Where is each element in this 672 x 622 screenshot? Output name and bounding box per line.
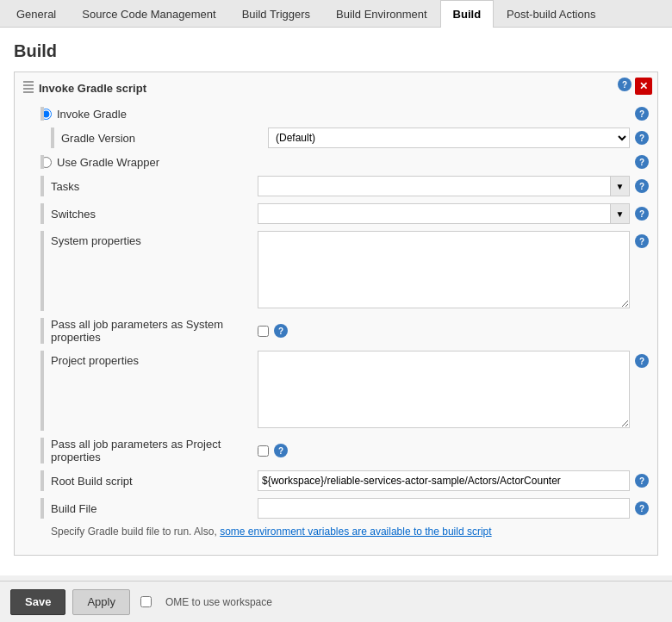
use-gradle-wrapper-label: Use Gradle Wrapper (57, 156, 159, 169)
vertical-sep6 (40, 231, 44, 311)
pass-project-row: Pass all job parameters as Project prope… (40, 438, 649, 463)
switches-dropdown-btn[interactable]: ▼ (611, 203, 630, 224)
switches-input[interactable] (258, 203, 611, 224)
root-build-script-row: Root Build script ? (40, 470, 649, 491)
vertical-sep7 (40, 318, 44, 344)
project-properties-row: Project properties ? (40, 351, 649, 431)
invoke-gradle-label: Invoke Gradle (57, 108, 127, 121)
section-header: Invoke Gradle script (23, 81, 649, 95)
build-file-input[interactable] (258, 498, 630, 519)
root-build-script-input-area (258, 470, 630, 491)
tab-general[interactable]: General (3, 0, 69, 28)
project-properties-textarea[interactable] (258, 351, 630, 428)
tab-build[interactable]: Build (440, 0, 495, 28)
build-file-label: Build File (51, 502, 258, 515)
tasks-input[interactable] (258, 176, 611, 196)
root-build-script-help-icon[interactable]: ? (635, 474, 649, 488)
pass-project-checkbox[interactable] (258, 445, 269, 457)
build-file-row: Build File ? (40, 498, 649, 519)
vertical-sep8 (40, 351, 44, 431)
drag-handle[interactable] (23, 81, 34, 95)
section-box: Invoke Gradle script ✕ ? Invoke Gradle ?… (14, 72, 658, 556)
vertical-sep4 (40, 176, 44, 196)
invoke-gradle-section: Invoke Gradle script ✕ ? Invoke Gradle ?… (14, 72, 658, 556)
page-title: Build (14, 41, 658, 61)
gradle-version-select[interactable]: (Default) (268, 128, 630, 148)
build-file-input-area (258, 498, 630, 519)
invoke-gradle-radio-row: Invoke Gradle ? (40, 107, 649, 121)
vertical-sep5 (40, 203, 44, 224)
gradle-version-row: Gradle Version (Default) ? (51, 128, 649, 148)
pass-system-row: Pass all job parameters as System proper… (40, 318, 649, 344)
info-text-link[interactable]: some environment variables are available… (220, 526, 492, 538)
tab-source-code-management[interactable]: Source Code Management (69, 0, 228, 28)
switches-row: Switches ▼ ? (40, 203, 649, 224)
section-help-icon[interactable]: ? (618, 78, 632, 91)
form-area: Invoke Gradle ? Gradle Version (Default)… (23, 103, 649, 546)
use-wrapper-help-icon[interactable]: ? (635, 155, 649, 169)
vertical-sep10 (40, 470, 44, 491)
tasks-row: Tasks ▼ ? (40, 176, 649, 196)
gradle-version-label: Gradle Version (61, 132, 268, 145)
close-button[interactable]: ✕ (635, 78, 652, 95)
apply-button[interactable]: Apply (72, 589, 130, 615)
main-content: Build Invoke Gradle script ✕ ? Invoke Gr… (0, 28, 672, 575)
bottom-bar: Save Apply OME to use workspace (0, 581, 672, 622)
bottom-checkbox-label: OME to use workspace (165, 596, 272, 608)
tasks-help-icon[interactable]: ? (635, 179, 649, 193)
project-properties-label: Project properties (51, 351, 258, 367)
use-gradle-wrapper-radio-row: Use Gradle Wrapper ? (40, 155, 649, 169)
pass-system-label: Pass all job parameters as System proper… (51, 318, 258, 344)
section-title: Invoke Gradle script (39, 82, 146, 95)
root-build-script-input[interactable] (258, 470, 630, 491)
pass-project-help-icon[interactable]: ? (274, 444, 288, 457)
pass-system-help-icon[interactable]: ? (274, 324, 288, 338)
invoke-gradle-help-icon[interactable]: ? (635, 107, 649, 121)
gradle-version-help-icon[interactable]: ? (635, 131, 649, 145)
switches-input-area: ▼ (258, 203, 630, 224)
vertical-sep (40, 107, 44, 121)
tab-build-triggers[interactable]: Build Triggers (229, 0, 323, 28)
info-text-static: Specify Gradle build file to run. Also, (51, 526, 217, 538)
tasks-input-area: ▼ (258, 176, 630, 196)
switches-label: Switches (51, 208, 258, 221)
vertical-sep9 (40, 438, 44, 463)
vertical-sep11 (40, 498, 44, 519)
system-props-help-icon[interactable]: ? (635, 234, 649, 248)
tasks-label: Tasks (51, 180, 258, 193)
gradle-version-control: (Default) (268, 128, 630, 148)
pass-project-label: Pass all job parameters as Project prope… (51, 438, 258, 463)
root-build-script-label: Root Build script (51, 475, 258, 488)
system-properties-textarea[interactable] (258, 231, 630, 308)
tab-bar: General Source Code Management Build Tri… (0, 0, 672, 28)
tab-post-build-actions[interactable]: Post-build Actions (494, 0, 608, 28)
system-properties-label: System properties (51, 231, 258, 247)
bottom-checkbox[interactable] (140, 596, 152, 607)
switches-help-icon[interactable]: ? (635, 207, 649, 221)
project-props-help-icon[interactable]: ? (635, 354, 649, 368)
save-button[interactable]: Save (10, 589, 65, 615)
tab-build-environment[interactable]: Build Environment (323, 0, 440, 28)
system-properties-row: System properties ? (40, 231, 649, 311)
build-file-help-icon[interactable]: ? (635, 501, 649, 515)
vertical-sep2 (51, 128, 54, 148)
tasks-dropdown-btn[interactable]: ▼ (611, 176, 630, 196)
pass-system-checkbox[interactable] (258, 326, 269, 337)
info-text-row: Specify Gradle build file to run. Also, … (40, 526, 649, 538)
vertical-sep3 (40, 155, 44, 169)
